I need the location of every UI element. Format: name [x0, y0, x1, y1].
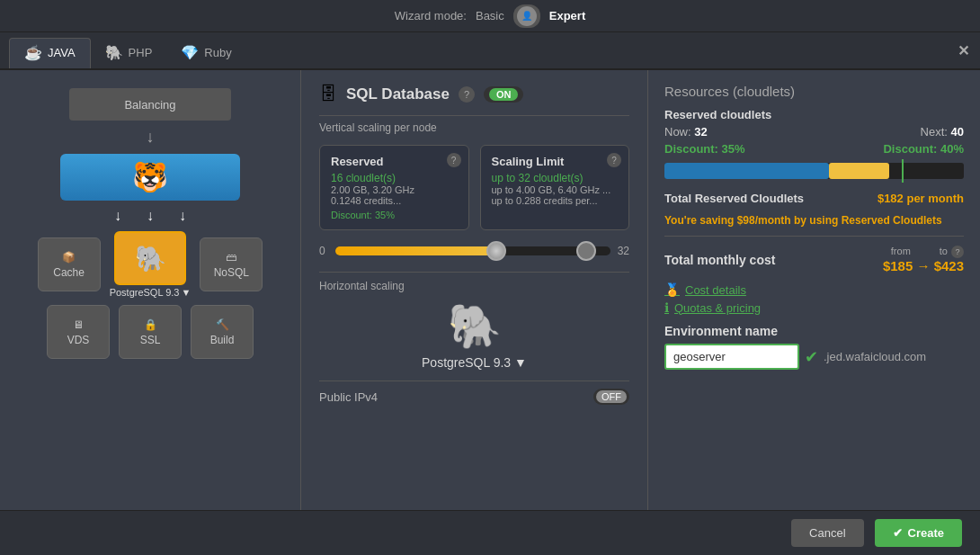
node-bottom-row: 🖥 VDS 🔒 SSL 🔨 Build	[47, 305, 254, 359]
reserved-card-detail1: 2.00 GB, 3.20 GHz	[331, 184, 458, 195]
scaling-card-title: Scaling Limit	[492, 155, 619, 168]
resources-sub: (cloudlets)	[733, 84, 795, 99]
db-title: SQL Database	[346, 85, 450, 103]
build-label: Build	[210, 334, 235, 346]
monthly-from: $185	[883, 258, 913, 273]
scaling-cards: ? Reserved 16 cloudlet(s) 2.00 GB, 3.20 …	[319, 145, 629, 230]
body-area: Balancing ↓ 🐯 ↓ ↓ ↓ 📦 Cache 🐘	[0, 70, 980, 510]
cloudlets-discount-row: Discount: 35% Discount: 40%	[664, 142, 964, 156]
java-icon: ☕	[24, 44, 42, 61]
cancel-button[interactable]: Cancel	[791, 519, 863, 547]
slider-fill	[335, 246, 500, 255]
saving-text: You're saving $98/month by using Reserve…	[664, 214, 964, 227]
pg-icon: 🐘	[135, 244, 166, 273]
vds-icon: 🖥	[73, 318, 84, 331]
db-node[interactable]: 🐘	[114, 231, 186, 285]
create-check-icon: ✔	[893, 526, 903, 540]
balancing-button[interactable]: Balancing	[69, 88, 231, 121]
cloudlets-section: Reserved cloudlets Now: 32 Next: 40 Disc…	[664, 108, 964, 183]
slider-min-label: 0	[319, 245, 328, 257]
db-help-icon[interactable]: ?	[459, 86, 475, 103]
ruby-icon: 💎	[181, 44, 199, 61]
monthly-to: $423	[934, 258, 964, 273]
tab-php[interactable]: 🐘 PHP	[91, 39, 167, 68]
reserved-card-sub: 16 cloudlet(s)	[331, 172, 458, 184]
left-panel: Balancing ↓ 🐯 ↓ ↓ ↓ 📦 Cache 🐘	[0, 70, 301, 510]
toggle-on-label: ON	[489, 88, 519, 101]
pg-wrapper: 🐘 PostgreSQL 9.3 ▼	[110, 231, 192, 298]
tab-bar: ☕ JAVA 🐘 PHP 💎 Ruby ✕	[0, 32, 980, 70]
env-check-icon: ✔	[805, 347, 818, 367]
scaling-help-icon[interactable]: ?	[607, 153, 621, 167]
ssl-node[interactable]: 🔒 SSL	[119, 305, 182, 359]
wizard-mode-label: Wizard mode:	[395, 9, 467, 22]
arrow1-icon: ↓	[114, 208, 121, 224]
arrow3-icon: ↓	[179, 208, 186, 224]
slider-end-thumb[interactable]	[576, 241, 596, 261]
discount-now-val: Discount: 35%	[664, 142, 745, 156]
progress-blue	[664, 163, 829, 179]
build-icon: 🔨	[216, 318, 229, 331]
quotas-icon: ℹ	[664, 300, 669, 315]
wizard-toggle[interactable]: 👤	[513, 4, 540, 28]
footer: Cancel ✔ Create	[0, 510, 980, 555]
mid-panel: 🗄 SQL Database ? ON Vertical scaling per…	[301, 70, 647, 510]
cache-node[interactable]: 📦 Cache	[38, 237, 101, 291]
next-val: 40	[951, 125, 964, 139]
scaling-card-sub: up to 32 cloudlet(s)	[492, 172, 619, 184]
wizard-basic-label: Basic	[476, 9, 504, 22]
now-val: 32	[694, 125, 707, 139]
pg-dropdown-icon[interactable]: ▼	[181, 287, 191, 298]
vds-label: VDS	[67, 334, 90, 346]
java-node-icon: 🐯	[132, 160, 168, 194]
nosql-label: NoSQL	[214, 266, 249, 279]
reserved-card: ? Reserved 16 cloudlet(s) 2.00 GB, 3.20 …	[319, 145, 469, 230]
saving-suffix: by using Reserved Cloudlets	[791, 214, 942, 227]
arrow2-icon: ↓	[147, 208, 154, 224]
wizard-avatar: 👤	[517, 6, 537, 26]
pg-big-dropdown-icon[interactable]: ▼	[514, 355, 527, 370]
help-icon-monthly[interactable]: ?	[951, 246, 964, 258]
build-node[interactable]: 🔨 Build	[191, 305, 254, 359]
nosql-node[interactable]: 🗃 NoSQL	[200, 237, 263, 291]
reserved-card-detail2: 0.1248 credits...	[331, 195, 458, 206]
pg-big-icon: 🐘	[448, 301, 502, 352]
pg-big-label-text: PostgreSQL 9.3	[422, 355, 511, 370]
discount-next-val: Discount: 40%	[883, 142, 964, 156]
nosql-icon: 🗃	[226, 251, 236, 264]
scaling-card-detail1: up to 4.00 GB, 6.40 GHz ...	[492, 184, 619, 195]
reserved-help-icon[interactable]: ?	[447, 153, 461, 167]
saving-amount: $98/month	[737, 214, 791, 227]
monthly-range-labels: from to ?	[891, 246, 964, 258]
monthly-cost-row: Total monthly cost from to ? $185 → $423	[664, 246, 964, 273]
resources-title: Resources (cloudlets)	[664, 84, 964, 99]
slider-thumb[interactable]	[486, 241, 506, 261]
horiz-section: Horizontal scaling 🐘 PostgreSQL 9.3 ▼	[319, 272, 629, 370]
toggle-off[interactable]: OFF	[593, 389, 629, 405]
quotas-pricing-link[interactable]: ℹ Quotas & pricing	[664, 300, 964, 315]
env-label: Environment name	[664, 324, 964, 338]
total-reserved-row: Total Reserved Cloudlets $182 per month	[664, 192, 964, 205]
java-node: 🐯	[60, 154, 240, 201]
next-label: Next:	[921, 125, 948, 139]
reserved-card-title: Reserved	[331, 155, 458, 168]
to-label: to	[940, 246, 948, 258]
resources-label: Resources	[664, 84, 729, 99]
ssl-icon: 🔒	[144, 318, 157, 331]
toggle-on[interactable]: ON	[484, 86, 524, 103]
progress-bar	[664, 163, 964, 179]
cost-icon: 🏅	[664, 282, 680, 297]
close-icon[interactable]: ✕	[958, 42, 969, 59]
monthly-arrow: →	[916, 258, 930, 273]
tab-java[interactable]: ☕ JAVA	[9, 38, 91, 68]
tab-php-label: PHP	[129, 46, 153, 59]
tab-ruby[interactable]: 💎 Ruby	[166, 39, 245, 68]
node-row: 📦 Cache 🐘 PostgreSQL 9.3 ▼ 🗃 NoSQL	[38, 231, 263, 298]
vertical-scaling-label: Vertical scaling per node	[319, 115, 629, 134]
slider-track[interactable]	[335, 246, 610, 255]
monthly-vals: $185 → $423	[883, 258, 964, 273]
create-button[interactable]: ✔ Create	[875, 519, 962, 547]
cost-details-link[interactable]: 🏅 Cost details	[664, 282, 964, 297]
env-name-input[interactable]	[664, 344, 799, 370]
vds-node[interactable]: 🖥 VDS	[47, 305, 110, 359]
